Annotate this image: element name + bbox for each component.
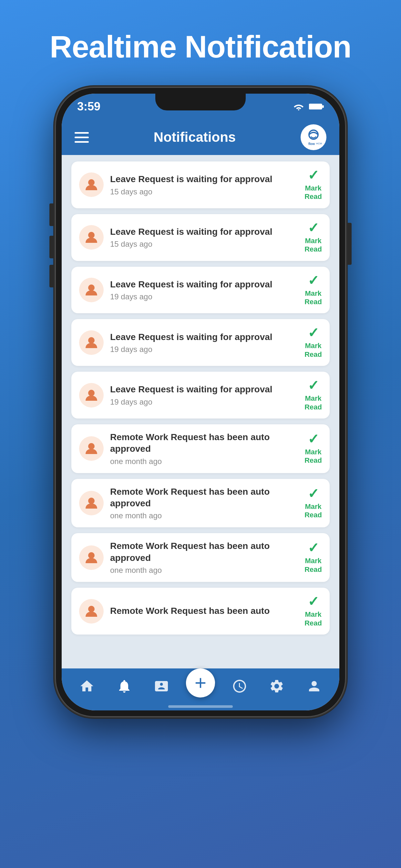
mark-read-label[interactable]: MarkRead — [305, 502, 322, 520]
notif-action[interactable]: ✓ MarkRead — [305, 326, 322, 359]
notif-avatar — [79, 491, 104, 516]
mark-read-label[interactable]: MarkRead — [305, 448, 322, 465]
notification-item-9[interactable]: Remote Work Request has been auto ✓ Mark… — [71, 588, 330, 634]
mark-read-label[interactable]: MarkRead — [305, 289, 322, 306]
svg-rect-1 — [309, 104, 322, 109]
notif-time: 19 days ago — [110, 292, 298, 301]
notif-avatar — [79, 225, 104, 250]
notification-item-8[interactable]: Remote Work Request has been auto approv… — [71, 533, 330, 582]
phone-notch — [155, 94, 246, 111]
notif-action[interactable]: ✓ MarkRead — [305, 595, 322, 627]
nav-clock[interactable] — [227, 675, 252, 697]
notif-time: 15 days ago — [110, 187, 298, 196]
nav-add-button[interactable] — [186, 669, 215, 698]
notif-action[interactable]: ✓ MarkRead — [305, 274, 322, 306]
notification-item-6[interactable]: Remote Work Request has been auto approv… — [71, 424, 330, 473]
app-logo: flow HCM — [301, 124, 327, 150]
notif-time: one month ago — [110, 566, 298, 575]
notif-title: Remote Work Request has been auto approv… — [110, 540, 298, 564]
notif-content: Leave Request is waiting for approval 15… — [110, 226, 298, 249]
mark-read-label[interactable]: MarkRead — [305, 557, 322, 574]
notification-item-5[interactable]: Leave Request is waiting for approval 19… — [71, 372, 330, 418]
svg-text:HCM: HCM — [316, 142, 322, 145]
notif-action[interactable]: ✓ MarkRead — [305, 168, 322, 201]
notif-content: Remote Work Request has been auto approv… — [110, 486, 298, 521]
svg-point-13 — [88, 552, 95, 559]
mark-read-label[interactable]: MarkRead — [305, 610, 322, 627]
nav-contacts[interactable] — [149, 675, 174, 697]
notif-action[interactable]: ✓ MarkRead — [305, 487, 322, 520]
check-icon: ✓ — [308, 379, 319, 392]
header-title: Notifications — [154, 129, 236, 145]
notif-content: Leave Request is waiting for approval 19… — [110, 279, 298, 301]
notifications-list: Leave Request is waiting for approval 15… — [62, 155, 339, 669]
svg-text:flow: flow — [308, 142, 315, 146]
mark-read-label[interactable]: MarkRead — [305, 237, 322, 254]
hamburger-menu-button[interactable] — [74, 132, 89, 143]
svg-point-11 — [88, 443, 95, 450]
bottom-nav — [62, 669, 339, 710]
check-icon: ✓ — [308, 274, 319, 287]
mark-read-label[interactable]: MarkRead — [305, 184, 322, 201]
check-icon: ✓ — [308, 487, 319, 500]
check-icon: ✓ — [308, 221, 319, 235]
phone-frame: 3:59 Notifications — [55, 87, 346, 717]
mark-read-label[interactable]: MarkRead — [305, 342, 322, 359]
notif-time: 15 days ago — [110, 240, 298, 249]
svg-point-9 — [88, 337, 95, 344]
notif-time: 19 days ago — [110, 345, 298, 354]
svg-point-12 — [88, 498, 95, 504]
wifi-icon — [294, 103, 304, 111]
notif-title: Leave Request is waiting for approval — [110, 383, 298, 395]
app-header: Notifications flow HCM — [62, 120, 339, 155]
notification-item-4[interactable]: Leave Request is waiting for approval 19… — [71, 319, 330, 366]
notif-time: 19 days ago — [110, 398, 298, 407]
notif-avatar — [79, 546, 104, 570]
phone-screen: 3:59 Notifications — [62, 94, 339, 710]
check-icon: ✓ — [308, 168, 319, 182]
notif-title: Remote Work Request has been auto approv… — [110, 431, 298, 455]
svg-point-14 — [88, 606, 95, 612]
notification-item-1[interactable]: Leave Request is waiting for approval 15… — [71, 161, 330, 208]
notif-avatar — [79, 330, 104, 355]
notif-avatar — [79, 436, 104, 461]
nav-settings[interactable] — [264, 675, 289, 697]
notif-avatar — [79, 383, 104, 407]
status-icons — [294, 103, 324, 111]
notif-content: Leave Request is waiting for approval 15… — [110, 174, 298, 196]
notif-time: one month ago — [110, 457, 298, 466]
notif-title: Leave Request is waiting for approval — [110, 174, 298, 185]
notif-action[interactable]: ✓ MarkRead — [305, 379, 322, 411]
notification-item-2[interactable]: Leave Request is waiting for approval 15… — [71, 214, 330, 261]
notif-time: one month ago — [110, 511, 298, 520]
notif-avatar — [79, 278, 104, 302]
notif-action[interactable]: ✓ MarkRead — [305, 541, 322, 574]
svg-point-10 — [88, 390, 95, 396]
page-title: Realtime Notification — [50, 29, 351, 65]
check-icon: ✓ — [308, 432, 319, 446]
home-indicator — [168, 705, 233, 708]
notif-action[interactable]: ✓ MarkRead — [305, 221, 322, 254]
notif-title: Remote Work Request has been auto — [110, 605, 298, 617]
nav-profile[interactable] — [301, 675, 327, 697]
nav-home[interactable] — [74, 675, 100, 697]
notif-content: Leave Request is waiting for approval 19… — [110, 383, 298, 406]
notif-title: Leave Request is waiting for approval — [110, 279, 298, 290]
nav-notifications[interactable] — [112, 675, 137, 697]
svg-point-0 — [298, 109, 299, 111]
check-icon: ✓ — [308, 541, 319, 555]
svg-rect-2 — [322, 105, 324, 108]
svg-point-6 — [88, 179, 95, 186]
check-icon: ✓ — [308, 326, 319, 340]
battery-icon — [309, 103, 324, 111]
mark-read-label[interactable]: MarkRead — [305, 394, 322, 411]
notif-title: Leave Request is waiting for approval — [110, 226, 298, 238]
notif-content: Remote Work Request has been auto approv… — [110, 431, 298, 466]
svg-point-8 — [88, 284, 95, 291]
notif-avatar — [79, 173, 104, 197]
notification-item-3[interactable]: Leave Request is waiting for approval 19… — [71, 267, 330, 314]
notification-item-7[interactable]: Remote Work Request has been auto approv… — [71, 479, 330, 528]
notif-content: Remote Work Request has been auto — [110, 605, 298, 617]
check-icon: ✓ — [308, 595, 319, 609]
notif-action[interactable]: ✓ MarkRead — [305, 432, 322, 465]
